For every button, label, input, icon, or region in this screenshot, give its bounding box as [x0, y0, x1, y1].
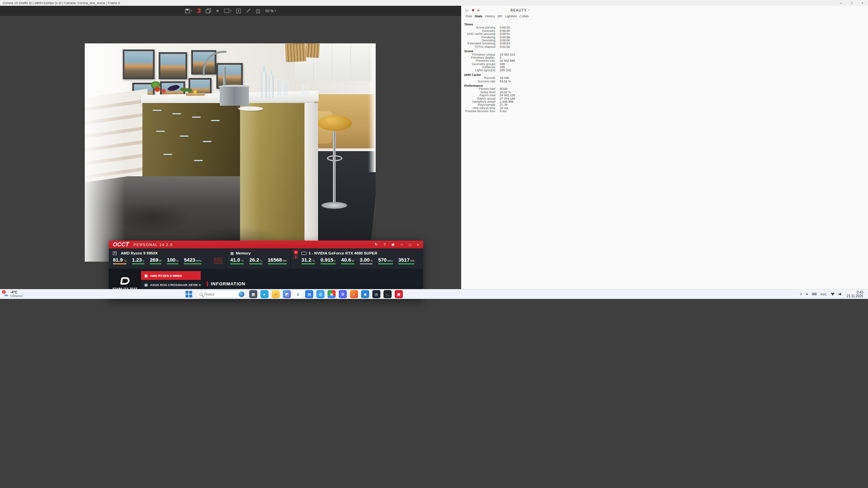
occt-screenshot-icon[interactable]: ◉ — [392, 242, 395, 247]
stat-row: Performance — [464, 84, 868, 87]
magic-wand-icon — [246, 8, 251, 13]
vfb-tab[interactable]: Post — [466, 14, 472, 18]
cpu-core-heatmap-icon — [214, 257, 222, 264]
vscode-icon[interactable]: ◆ — [361, 290, 369, 298]
resume-render-icon[interactable]: ▶ — [477, 8, 480, 12]
stat-row: Times — [464, 23, 868, 26]
vfb-tab[interactable]: LightMix — [505, 14, 517, 18]
chrome-icon[interactable]: ◉ — [328, 290, 336, 298]
occt-menu-item[interactable]: ▣ AMD RYZEN 9 9950X — [141, 271, 201, 280]
occt-minimize-icon[interactable]: ─ — [400, 243, 403, 247]
vfb-tab[interactable]: History — [485, 14, 495, 18]
occt-help-icon[interactable]: ? — [383, 243, 386, 247]
stat-row: TOTAL elapsed 0:01:02 — [464, 45, 868, 48]
ab-compare-button[interactable]: ◫ — [256, 8, 260, 13]
occt-update-icon[interactable]: ↻ — [375, 242, 378, 247]
memory-metric: 26.2% — [249, 257, 262, 264]
vfb-tab[interactable]: Collab — [519, 14, 529, 18]
search-input[interactable] — [204, 292, 237, 296]
save-image-button[interactable]: ▾ — [185, 9, 192, 13]
gpu-icon — [301, 252, 307, 255]
file-explorer-icon[interactable]: ▱ — [272, 290, 280, 298]
render-element-dropdown[interactable]: BEAUTY ▾ — [510, 8, 530, 12]
gpu-badge-list: 12 — [294, 250, 298, 259]
render-element-value: BEAUTY — [510, 8, 527, 12]
tray-app-icon[interactable]: ● — [806, 292, 808, 296]
zoom-level-dropdown[interactable]: 50 %▾ — [265, 9, 276, 13]
save-icon — [185, 9, 190, 13]
stat-row: Primitives unique 10 053 514 — [464, 53, 868, 56]
metric-bar — [184, 263, 201, 264]
stop-render-icon[interactable]: ■ — [472, 8, 474, 12]
gpu-metric: 0.915V — [320, 257, 336, 264]
hidden-icons-chevron[interactable]: ∧ — [800, 292, 802, 296]
search-icon — [199, 293, 202, 296]
stat-row: Scene — [464, 50, 868, 53]
window-title: Corona 13 (Hotfix 2) | 2800×2100px (1:2)… — [0, 1, 120, 5]
stat-row: Passes total 9/100 — [464, 87, 868, 90]
gpu-metric: 40.6W — [341, 257, 354, 264]
maximize-icon[interactable]: □ — [846, 0, 857, 6]
pass-counter: 3 — [197, 7, 201, 15]
occt-maximize-icon[interactable]: □ — [409, 243, 411, 247]
stat-row: Rays/s total 24 942 126 — [464, 94, 868, 97]
search-box[interactable] — [196, 290, 246, 298]
stat-row: Scene parsing 0:00:02 — [464, 26, 868, 29]
occt-memory-section: ▦Memory 41.0°C 26.2% — [226, 248, 291, 269]
gpu-badge[interactable]: 1 — [294, 250, 298, 254]
stat-row: Geometry groups 108 — [464, 63, 868, 66]
pick-focus-button[interactable] — [246, 8, 251, 13]
stat-value: 10 053 514 — [500, 53, 515, 57]
weather-widget[interactable]: 1 ☁ -4°C Облачно — [0, 289, 26, 299]
cpu-metric: 5423MHz — [184, 257, 201, 264]
vfb-tab[interactable]: Stats — [475, 14, 482, 18]
steam-icon[interactable]: ◎ — [372, 290, 380, 298]
copy-icon — [206, 8, 211, 13]
start-button[interactable] — [185, 290, 193, 298]
wifi-icon[interactable] — [831, 293, 835, 296]
language-indicator[interactable]: РУС — [821, 292, 827, 296]
occt-edition-label: PERSONAL 14.2.6 — [134, 243, 173, 247]
edge-icon[interactable]: e — [294, 290, 302, 298]
region-render-button[interactable]: ▾ — [224, 9, 232, 13]
corona-titlebar: Corona 13 (Hotfix 2) | 2800×2100px (1:2)… — [0, 0, 868, 6]
metric-bar — [249, 263, 262, 264]
stat-row: Primitives displac. 0 — [464, 56, 868, 59]
duplicate-buffer-button[interactable] — [206, 8, 211, 13]
volume-icon[interactable] — [839, 292, 843, 296]
zoom-fit-button[interactable] — [236, 9, 241, 13]
photos-icon[interactable]: ◩ — [283, 290, 291, 298]
stat-row: Instances 165 — [464, 66, 868, 69]
occt-taskbar-icon[interactable]: ▣ — [395, 290, 403, 298]
occt-close-icon[interactable]: × — [417, 243, 419, 247]
caret-down-icon: ▾ — [230, 9, 232, 12]
stat-row: Preview denoiser time 0 ms — [464, 110, 868, 113]
keyboard-tray-icon[interactable]: ⌨ — [812, 292, 816, 296]
stat-row: Primitives inst. 10 562 888 — [464, 59, 868, 62]
clock[interactable]: 0:43 21.11.2025 — [847, 290, 863, 298]
task-view-icon[interactable]: ▦ — [249, 290, 257, 298]
memory-icon: ▦ — [230, 251, 234, 256]
metric-bar — [150, 263, 162, 264]
vfb-side-panel: ▷ ■ ▶ BEAUTY ▾ PostStatsHistoryDRLightMi… — [461, 6, 868, 299]
gpu-badge[interactable]: 2 — [294, 255, 298, 259]
stat-row: Rays/s actual 27 074 149 — [464, 97, 868, 100]
occt-menu-item[interactable]: ▤ ASUS ROG CROSSHAIR X870E HERO — [141, 280, 201, 289]
mail-icon[interactable]: @ — [316, 290, 324, 298]
minimize-icon[interactable]: ─ — [835, 0, 846, 6]
close-icon[interactable]: × — [857, 0, 868, 6]
discord-icon[interactable]: D — [339, 290, 347, 298]
stat-label: Lights (groups) — [464, 69, 495, 72]
stat-value: 0:01:02 — [500, 45, 510, 49]
notification-badge: 1 — [2, 290, 6, 294]
zoom-level-value: 50 % — [265, 9, 274, 13]
vfb-tab[interactable]: DR — [498, 14, 502, 18]
store-icon[interactable]: ▤ — [305, 290, 313, 298]
occt-titlebar[interactable]: OCCT® PERSONAL 14.2.6 ↻?◉─□× — [109, 241, 423, 248]
desktop: Corona 13 (Hotfix 2) | 2800×2100px (1:2)… — [0, 0, 868, 488]
telegram-icon[interactable]: ▸ — [260, 290, 269, 298]
terminal-icon[interactable]: >_ — [383, 290, 392, 298]
start-render-icon[interactable]: ▷ — [466, 8, 469, 12]
firefox-icon[interactable]: ◗ — [350, 290, 358, 298]
clear-vfb-button[interactable]: × — [216, 8, 219, 13]
